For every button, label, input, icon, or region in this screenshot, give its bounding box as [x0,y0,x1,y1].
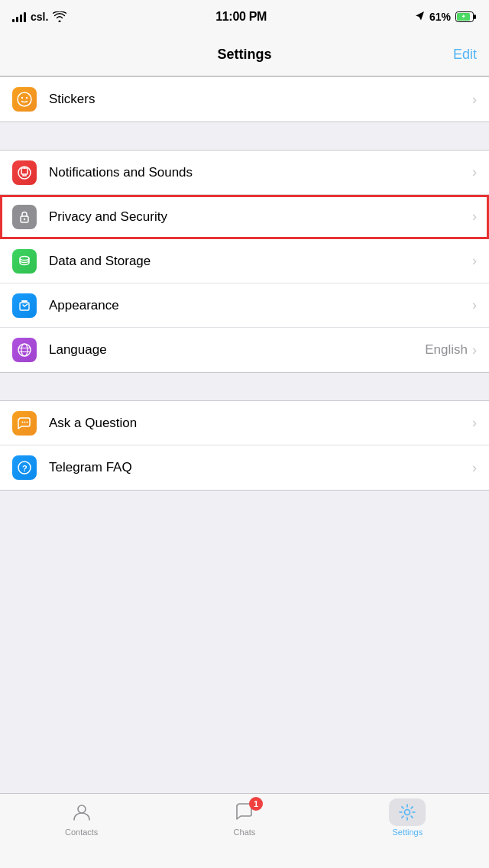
privacy-row[interactable]: Privacy and Security › [0,195,489,239]
stickers-section: Stickers › [0,76,489,122]
status-bar: csl. 11:00 PM 61% [0,0,489,34]
gap-2 [0,373,489,400]
help-section: Ask a Question › ? Telegram FAQ › [0,400,489,491]
faq-icon: ? [12,455,37,480]
notifications-icon [12,160,37,185]
signal-icon [12,11,26,22]
privacy-label: Privacy and Security [49,209,472,225]
settings-gear-icon [397,802,418,823]
edit-button[interactable]: Edit [453,47,477,63]
data-chevron: › [472,253,477,269]
chats-icon-wrap: 1 [232,800,257,824]
stickers-label: Stickers [49,92,472,107]
data-row[interactable]: Data and Storage › [0,239,489,283]
carrier-label: csl. [31,11,48,23]
data-icon [12,249,37,274]
svg-point-4 [21,97,23,99]
svg-point-17 [27,421,28,423]
status-right: 61% [416,11,477,23]
location-icon [416,11,425,22]
svg-point-16 [24,421,26,423]
data-label: Data and Storage [49,254,472,269]
svg-point-10 [24,218,25,219]
svg-point-15 [22,421,24,423]
contacts-icon-wrap [70,800,94,824]
page-title: Settings [217,47,271,63]
settings-icon-wrap [395,800,419,824]
ask-row[interactable]: Ask a Question › [0,401,489,445]
language-row[interactable]: Language English › [0,328,489,372]
gap-3 [0,491,489,518]
appearance-icon [12,293,37,318]
ask-label: Ask a Question [49,416,472,431]
appearance-chevron: › [472,297,477,313]
language-chevron: › [472,342,477,358]
svg-point-8 [24,167,25,169]
svg-point-20 [78,805,86,813]
notifications-chevron: › [472,164,477,180]
privacy-chevron: › [472,209,477,225]
battery-icon [455,11,477,22]
appearance-row[interactable]: Appearance › [0,283,489,328]
tab-chats[interactable]: 1 Chats [163,800,325,837]
status-left: csl. [12,11,66,23]
notifications-row[interactable]: Notifications and Sounds › [0,151,489,195]
tab-contacts[interactable]: Contacts [0,800,163,837]
svg-text:?: ? [22,464,28,473]
svg-rect-2 [474,15,476,19]
faq-row[interactable]: ? Telegram FAQ › [0,445,489,490]
ask-icon [12,411,37,436]
status-time: 11:00 PM [215,10,267,24]
faq-chevron: › [472,460,477,476]
svg-rect-7 [21,168,28,174]
notifications-label: Notifications and Sounds [49,165,472,180]
settings-content: Stickers › Notifications and Sounds › [0,76,489,518]
faq-label: Telegram FAQ [49,460,472,475]
language-value: English [425,342,468,358]
stickers-icon [12,87,37,112]
tab-bar: Contacts 1 Chats Settings [0,793,489,868]
contacts-tab-label: Contacts [65,828,98,837]
main-section: Notifications and Sounds › Privacy and S… [0,150,489,373]
contacts-icon [71,802,92,823]
language-label: Language [49,342,425,358]
svg-point-13 [18,344,31,356]
nav-bar: Settings Edit [0,34,489,76]
ask-chevron: › [472,415,477,431]
appearance-label: Appearance [49,298,472,313]
stickers-chevron: › [472,92,477,108]
svg-point-14 [21,344,28,356]
chats-tab-label: Chats [234,828,256,837]
svg-point-3 [18,92,31,106]
language-icon [12,338,37,362]
svg-point-21 [405,810,410,815]
battery-label: 61% [429,11,451,23]
svg-point-11 [20,256,29,260]
tab-settings[interactable]: Settings [326,800,489,837]
stickers-row[interactable]: Stickers › [0,77,489,121]
svg-point-5 [26,97,28,99]
settings-tab-label: Settings [392,828,423,837]
wifi-icon [53,11,66,22]
chats-badge: 1 [249,797,263,811]
privacy-icon [12,205,37,229]
gap-1 [0,122,489,150]
